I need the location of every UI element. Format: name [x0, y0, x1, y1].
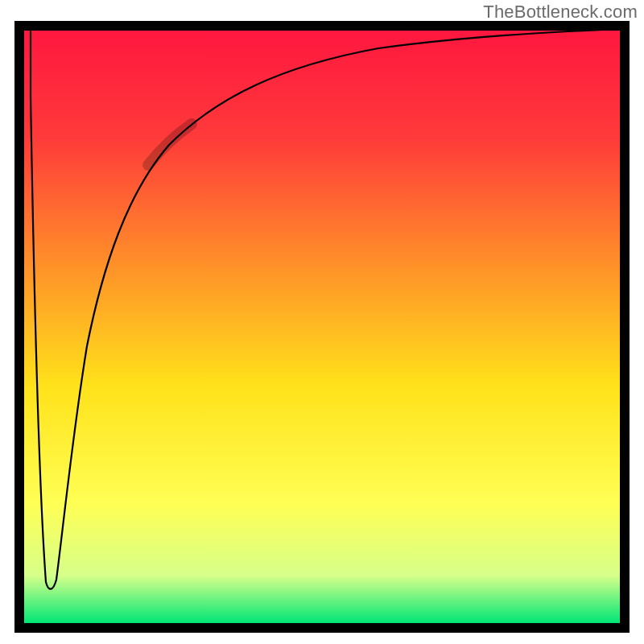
- plot-background: [24, 31, 620, 623]
- watermark-label: TheBottleneck.com: [483, 2, 638, 23]
- chart-container: TheBottleneck.com: [0, 0, 644, 644]
- bottleneck-plot: [0, 0, 644, 644]
